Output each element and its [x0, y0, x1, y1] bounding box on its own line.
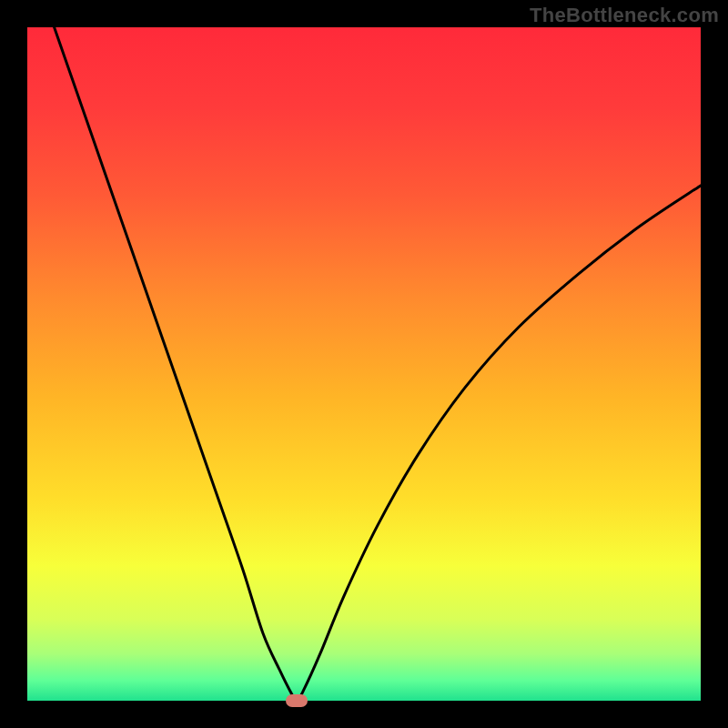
optimum-marker-icon	[286, 694, 308, 707]
bottleneck-curve	[27, 27, 701, 701]
chart-frame: TheBottleneck.com	[0, 0, 728, 728]
watermark-text: TheBottleneck.com	[530, 4, 719, 27]
plot-area	[27, 27, 701, 701]
